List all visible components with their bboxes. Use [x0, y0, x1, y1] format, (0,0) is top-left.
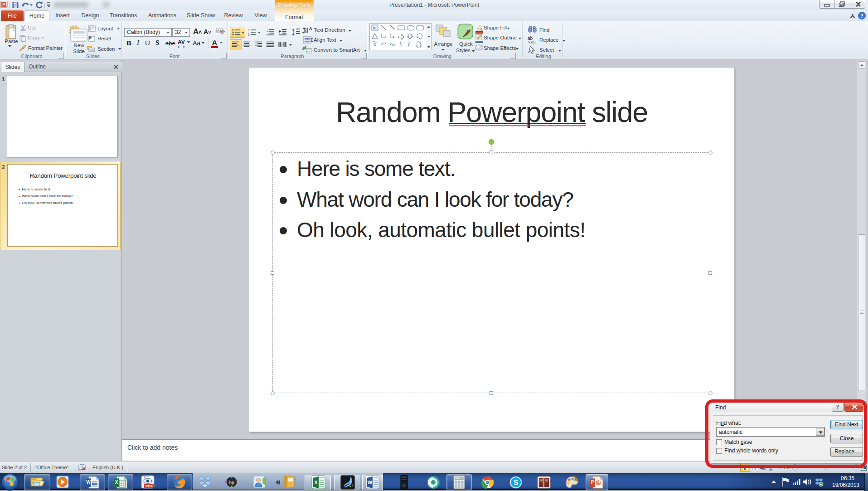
svg-text:S: S — [514, 479, 519, 486]
svg-text:A: A — [373, 26, 376, 30]
svg-text:ac: ac — [531, 39, 536, 44]
svg-text:A: A — [309, 26, 312, 31]
svg-text:X: X — [115, 480, 118, 485]
svg-text:0: 0 — [461, 477, 462, 480]
svg-text:3: 3 — [248, 34, 250, 36]
svg-text:W: W — [368, 480, 373, 485]
svg-text:PDF: PDF — [145, 484, 153, 488]
svg-text:hp: hp — [229, 480, 234, 485]
svg-text:Aa: Aa — [217, 29, 222, 33]
svg-text:W: W — [86, 480, 91, 485]
svg-text:?: ? — [861, 13, 863, 19]
svg-text:X: X — [314, 480, 318, 485]
svg-text:P: P — [2, 2, 5, 7]
svg-text:P: P — [591, 480, 594, 485]
